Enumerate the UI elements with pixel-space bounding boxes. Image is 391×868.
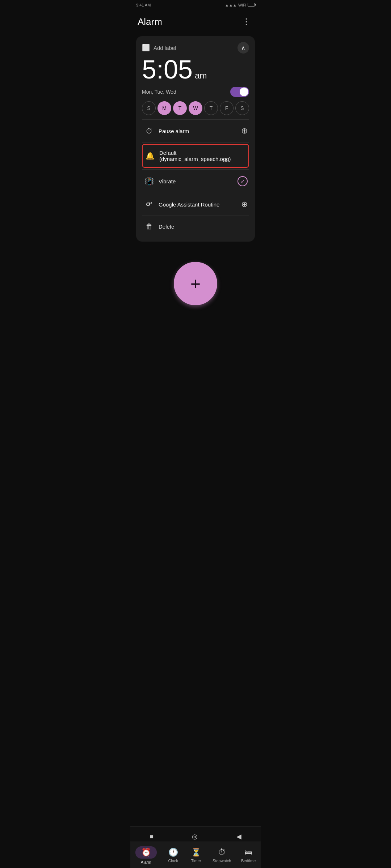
day-circles: S M T W T F S: [142, 101, 249, 115]
vibrate-label: Vibrate: [159, 178, 237, 184]
overflow-menu-button[interactable]: ⋮: [239, 14, 253, 29]
nav-stopwatch[interactable]: ⏱ Stopwatch: [208, 846, 235, 864]
signal-icon: ▲▲▲: [225, 3, 237, 7]
battery-icon: [248, 3, 255, 7]
nav-timer-label: Timer: [191, 859, 201, 863]
vibrate-icon: 📳: [143, 177, 155, 186]
nav-clock[interactable]: 🕐 Clock: [162, 846, 184, 864]
nav-bedtime-label: Bedtime: [241, 859, 256, 863]
divider-4: [142, 193, 249, 193]
alarm-sound-label: Default (dynamic_alarm_speech.ogg): [159, 150, 247, 162]
fab-container: +: [136, 247, 255, 312]
nav-alarm-icon-wrap: ⏰: [135, 846, 157, 859]
vibrate-check-icon: ✓: [237, 176, 248, 186]
divider-3: [142, 169, 249, 170]
svg-point-3: [150, 202, 151, 204]
google-assistant-label: Google Assistant Routine: [159, 201, 241, 208]
clock-nav-icon: 🕐: [168, 848, 178, 857]
divider-5: [142, 216, 249, 216]
day-monday[interactable]: M: [157, 101, 171, 115]
time-display[interactable]: 5:05 am: [142, 56, 249, 82]
google-assistant-icon: [143, 200, 155, 208]
day-tuesday[interactable]: T: [173, 101, 187, 115]
divider-2: [142, 142, 249, 142]
toggle-knob: [240, 88, 248, 96]
nav-stopwatch-label: Stopwatch: [213, 859, 231, 863]
chevron-up-icon: ∧: [241, 44, 245, 51]
bottom-spacer: [136, 312, 255, 356]
nav-alarm[interactable]: ⏰ Alarm: [131, 845, 161, 866]
delete-label: Delete: [159, 224, 248, 230]
add-label-row[interactable]: ⬜ Add label: [142, 44, 176, 52]
recent-apps-button[interactable]: ■: [142, 831, 161, 843]
nav-bedtime[interactable]: 🛏 Bedtime: [237, 846, 260, 864]
add-alarm-fab[interactable]: +: [174, 262, 217, 305]
alarm-sound-row[interactable]: 🔔 Default (dynamic_alarm_speech.ogg): [142, 144, 249, 168]
vibrate-row[interactable]: 📳 Vibrate ✓: [142, 171, 249, 191]
collapse-button[interactable]: ∧: [237, 42, 249, 54]
app-title: Alarm: [138, 16, 162, 27]
nav-alarm-label: Alarm: [141, 860, 151, 864]
alarm-card: ⬜ Add label ∧ 5:05 am Mon, Tue, Wed S M …: [136, 36, 255, 242]
status-bar: 9:41 AM ▲▲▲ WiFi: [130, 0, 261, 10]
delete-row[interactable]: 🗑 Delete: [142, 217, 249, 236]
divider-1: [142, 119, 249, 120]
bedtime-nav-icon: 🛏: [244, 848, 252, 857]
status-time: 9:41 AM: [136, 3, 151, 7]
day-wednesday[interactable]: W: [189, 101, 202, 115]
nav-timer[interactable]: ⏳ Timer: [185, 846, 207, 864]
label-icon: ⬜: [142, 44, 150, 52]
alarm-toggle[interactable]: [230, 87, 249, 97]
nav-clock-label: Clock: [168, 859, 178, 863]
alarm-time: 5:05: [142, 56, 193, 82]
google-assistant-row[interactable]: Google Assistant Routine ⊕: [142, 195, 249, 214]
alarm-sound-icon: 🔔: [144, 152, 156, 160]
pause-alarm-add-icon: ⊕: [241, 126, 248, 136]
wifi-icon: WiFi: [238, 3, 246, 7]
alarm-nav-icon: ⏰: [141, 848, 151, 857]
day-thursday[interactable]: T: [204, 101, 218, 115]
pause-alarm-row[interactable]: ⏱ Pause alarm ⊕: [142, 121, 249, 141]
google-assistant-add-icon: ⊕: [241, 200, 248, 209]
pause-alarm-label: Pause alarm: [159, 128, 241, 134]
svg-point-1: [147, 203, 149, 205]
days-row: Mon, Tue, Wed: [142, 87, 249, 97]
back-button[interactable]: ◀: [229, 830, 249, 843]
main-content: ⬜ Add label ∧ 5:05 am Mon, Tue, Wed S M …: [130, 33, 261, 356]
day-saturday[interactable]: S: [235, 101, 249, 115]
label-row: ⬜ Add label ∧: [142, 42, 249, 54]
pause-alarm-icon: ⏱: [143, 127, 155, 135]
delete-icon: 🗑: [143, 222, 155, 231]
stopwatch-nav-icon: ⏱: [218, 848, 226, 857]
day-sunday[interactable]: S: [142, 101, 156, 115]
status-indicators: ▲▲▲ WiFi: [225, 3, 255, 7]
day-friday[interactable]: F: [220, 101, 234, 115]
app-bar: Alarm ⋮: [130, 10, 261, 33]
home-button[interactable]: ◎: [185, 830, 205, 843]
timer-nav-icon: ⏳: [191, 848, 201, 857]
bottom-nav: ⏰ Alarm 🕐 Clock ⏳ Timer ⏱ Stopwatch 🛏 Be…: [130, 842, 261, 868]
add-label-text: Add label: [154, 45, 176, 51]
days-label: Mon, Tue, Wed: [142, 89, 176, 95]
alarm-ampm: am: [195, 71, 207, 81]
